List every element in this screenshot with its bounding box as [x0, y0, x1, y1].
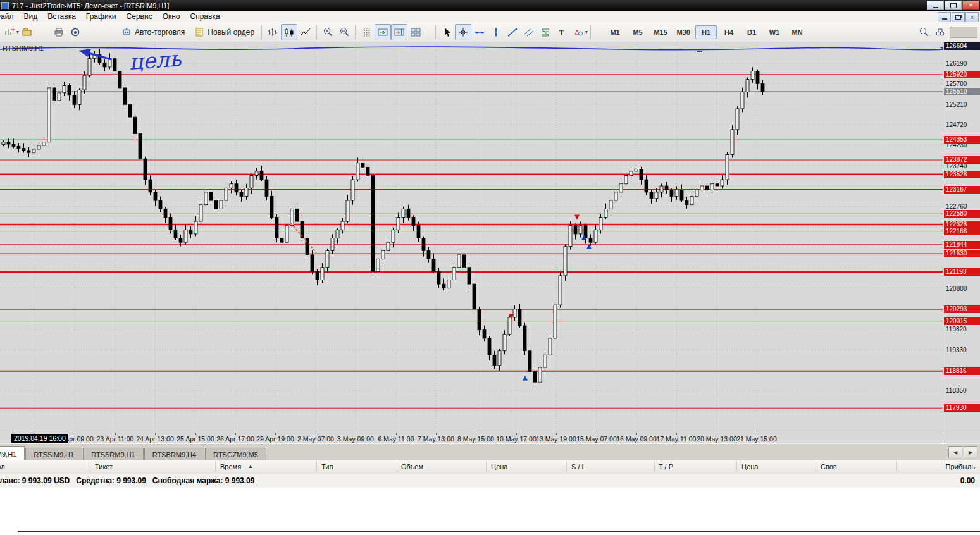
time-axis-corner: [943, 433, 980, 444]
close-button[interactable]: ×: [962, 1, 979, 10]
menu-items: ФайлВидВставкаГрафикиСервисОкноСправка: [0, 11, 225, 22]
timeframe-h1-button[interactable]: H1: [695, 25, 717, 39]
candlestick-chart[interactable]: цель: [0, 42, 943, 433]
toolbar-separator: [355, 25, 356, 39]
chart-tab-rtsrim9-h1[interactable]: RTSRIM9,H1: [0, 446, 25, 460]
bars-chart-button[interactable]: [264, 24, 281, 40]
cursor-button[interactable]: [438, 24, 455, 40]
crosshair-button[interactable]: [455, 24, 471, 40]
timeframe-m5-button[interactable]: M5: [627, 25, 648, 39]
fibonacci-button[interactable]: [537, 24, 554, 40]
menu-item-1[interactable]: Файл: [0, 11, 19, 22]
toolbar: ▾ Авто-торговля Новый ордер T: [0, 22, 980, 42]
autotrading-button[interactable]: Авто-торговля: [116, 24, 189, 40]
search-button[interactable]: [915, 24, 932, 40]
shapes-icon: [573, 27, 584, 38]
chart-restore-icon: [955, 15, 961, 20]
price-axis[interactable]: 1261901257001252101247201242301237401227…: [943, 42, 980, 433]
autoscroll-button[interactable]: [375, 24, 391, 40]
column-header-6[interactable]: Цена: [491, 463, 507, 470]
column-header-9[interactable]: Цена: [741, 463, 758, 470]
text-tool-button[interactable]: T: [554, 24, 570, 40]
candles-chart-button[interactable]: [281, 24, 297, 40]
vertical-line-button[interactable]: [488, 24, 504, 40]
minimize-button[interactable]: [927, 1, 944, 10]
bottom-divider-line: [18, 531, 980, 532]
line-chart-button[interactable]: [297, 24, 314, 40]
chart-close-button[interactable]: ×: [965, 12, 979, 22]
chart-tab-rtssrm9-h1[interactable]: RTSSRM9,H1: [83, 448, 143, 460]
grid-icon: [361, 27, 372, 38]
menu-item-4[interactable]: Графики: [81, 11, 121, 22]
new-order-label: Новый ордер: [208, 28, 254, 37]
column-separator: [654, 462, 655, 472]
zoom-out-button[interactable]: [336, 24, 352, 40]
column-header-11[interactable]: Прибыль: [945, 463, 975, 470]
binoculars-icon: [934, 27, 946, 38]
timeframe-h4-button[interactable]: H4: [718, 25, 740, 39]
autotrading-icon: [121, 27, 132, 38]
trendline-button[interactable]: [504, 24, 521, 40]
menu-item-6[interactable]: Окно: [158, 11, 185, 22]
timeframe-w1-button[interactable]: W1: [764, 25, 785, 39]
column-header-5[interactable]: Объем: [401, 463, 423, 470]
tabs-scroll-right-button[interactable]: ▶: [964, 446, 977, 458]
channel-button[interactable]: [521, 24, 537, 40]
chart-minimize-button[interactable]: [938, 12, 951, 22]
record-button[interactable]: [67, 24, 84, 40]
menu-item-5[interactable]: Сервис: [121, 11, 158, 22]
time-axis-selected-date: 2019.04.19 16:00: [11, 434, 68, 443]
grid-toggle-button[interactable]: [358, 24, 375, 40]
chart-tab-rtssim9-h1[interactable]: RTSSiM9,H1: [25, 448, 82, 460]
column-header-3[interactable]: Время: [220, 463, 241, 470]
chart-minimize-icon: [942, 18, 947, 20]
mt5-window: 717 - Just2Trade-MT5: Демо-счет - [RTSRI…: [0, 0, 980, 535]
trade-table-header[interactable]: СимволТикетВремя▲ТипОбъемЦенаS / LT / PЦ…: [0, 460, 980, 475]
printer-icon: [53, 27, 65, 38]
column-header-7[interactable]: S / L: [571, 463, 586, 470]
column-separator: [566, 462, 567, 472]
price-grid-label: 122760: [946, 203, 967, 210]
minimize-icon: [933, 7, 938, 8]
timeframe-d1-button[interactable]: D1: [741, 25, 762, 39]
toolbar-separator: [435, 25, 436, 39]
zoom-in-button[interactable]: [319, 24, 336, 40]
window-title: 717 - Just2Trade-MT5: Демо-счет - [RTSRI…: [12, 2, 169, 9]
column-header-1[interactable]: Символ: [0, 463, 5, 470]
tile-windows-button[interactable]: [407, 24, 424, 40]
chart-restore-button[interactable]: [952, 12, 965, 22]
column-header-8[interactable]: T / P: [659, 463, 673, 470]
time-axis[interactable]: 22 Apr 09:0023 Apr 11:0024 Apr 13:0025 A…: [0, 433, 980, 444]
menu-item-7[interactable]: Справка: [185, 11, 225, 22]
menu-item-3[interactable]: Вставка: [42, 11, 81, 22]
chart-tab-rtsbrm9-h4[interactable]: RTSBRM9,H4: [144, 448, 204, 460]
tab-scroll-buttons: ◀ ▶: [947, 446, 977, 458]
timeframe-m30-button[interactable]: M30: [673, 25, 694, 39]
price-grid-label: 125700: [946, 80, 967, 87]
column-header-4[interactable]: Тип: [321, 463, 333, 470]
profiles-button[interactable]: [19, 24, 35, 40]
autoscroll-icon: [377, 27, 388, 38]
chart-area[interactable]: цель RTSRIM9,H1 126190125700125210124720…: [0, 42, 980, 433]
menu-item-2[interactable]: Вид: [19, 11, 43, 22]
timeframe-m1-button[interactable]: M1: [604, 25, 626, 39]
chart-tab-rtsgzm9-m5[interactable]: RTSGZM9,M5: [205, 448, 266, 460]
tabs-scroll-left-button[interactable]: ◀: [948, 446, 962, 458]
timeframe-m15-button[interactable]: M15: [650, 25, 671, 39]
horizontal-line-button[interactable]: [471, 24, 488, 40]
shapes-button[interactable]: [570, 24, 586, 40]
print-button[interactable]: [51, 24, 67, 40]
svg-text:T: T: [559, 27, 564, 37]
chart-shift-button[interactable]: [391, 24, 407, 40]
column-header-2[interactable]: Тикет: [95, 463, 113, 470]
vertical-line-icon: [490, 27, 502, 38]
column-header-10[interactable]: Своп: [821, 463, 837, 470]
market-lookup-button[interactable]: [932, 24, 948, 40]
price-level-label: 121193: [944, 268, 980, 276]
maximize-button[interactable]: [945, 1, 962, 10]
new-chart-button[interactable]: [1, 24, 18, 40]
price-grid-label: 126190: [946, 60, 967, 67]
new-order-button[interactable]: Новый ордер: [189, 24, 259, 40]
chart-shift-icon: [394, 27, 405, 38]
timeframe-mn-button[interactable]: MN: [786, 25, 808, 39]
